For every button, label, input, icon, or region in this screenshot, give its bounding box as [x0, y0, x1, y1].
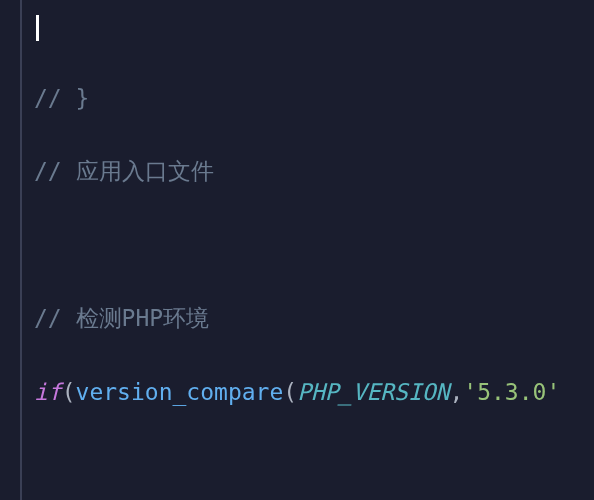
comment: // 检测PHP环境	[34, 305, 209, 331]
gutter	[0, 0, 22, 500]
code-line: // 应用入口文件	[34, 153, 594, 190]
punct: (	[283, 379, 297, 405]
code-line: // 检测PHP环境	[34, 300, 594, 337]
comment: // }	[34, 85, 89, 111]
const-php-version: PHP_VERSION	[297, 379, 449, 405]
comment: // 应用入口文件	[34, 158, 214, 184]
keyword-if: if	[34, 379, 62, 405]
punct: (	[62, 379, 76, 405]
code-area[interactable]: // } // 应用入口文件 // 检测PHP环境 if(version_com…	[22, 0, 594, 500]
punct: ,	[449, 379, 463, 405]
code-line: if(version_compare(PHP_VERSION,'5.3.0'	[34, 374, 594, 411]
blank-line	[34, 448, 594, 485]
code-line: // }	[34, 80, 594, 117]
blank-line	[34, 227, 594, 264]
code-editor[interactable]: // } // 应用入口文件 // 检测PHP环境 if(version_com…	[0, 0, 594, 500]
text-cursor	[36, 15, 39, 41]
string: '5.3.0'	[463, 379, 560, 405]
fn-version-compare: version_compare	[76, 379, 284, 405]
